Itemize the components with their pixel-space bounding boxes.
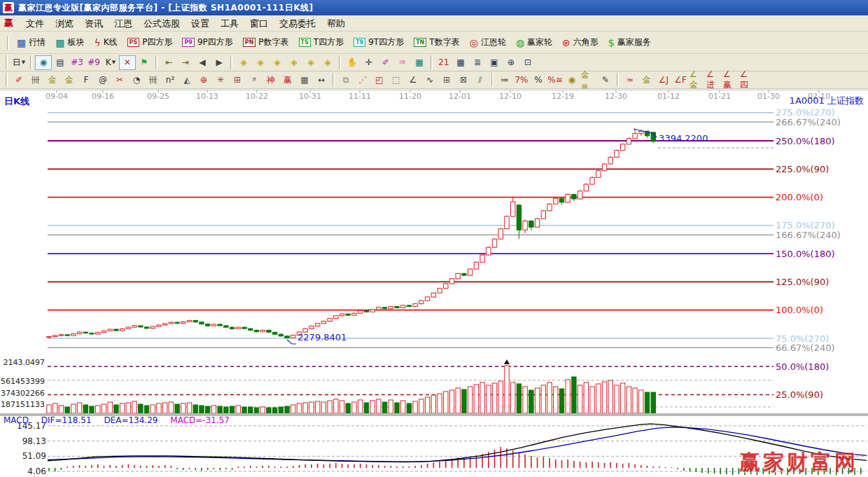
tool-brush[interactable]: ✐ [10,73,27,88]
tool-gold-lines[interactable]: 金≡ [580,73,597,88]
winner-wheel-button[interactable]: ◍赢家轮 [511,35,557,50]
menu-item-窗口[interactable]: 窗口 [244,17,274,30]
diamond-center-icon: ◈ [324,57,330,67]
tool-mirror[interactable]: ◭ [178,73,195,88]
prev-button[interactable]: ◀ [194,55,211,70]
svg-text:01-12: 01-12 [657,92,680,101]
tool-knife[interactable]: ✂ [111,73,128,88]
menu-item-江恩[interactable]: 江恩 [108,17,138,30]
hexagon-button[interactable]: ⊛六角形 [557,35,603,50]
tool-width-measure[interactable]: ↔ [313,73,330,88]
diamond-expand-button[interactable]: ◈ [269,55,286,70]
tool-gold-circle[interactable]: ◉ [564,73,580,88]
tool-price-grid[interactable]: ▦ [296,73,313,88]
gann-web-button[interactable]: ◉ [35,55,52,70]
tool-ying[interactable]: 赢 [279,73,296,88]
menu-item-浏览[interactable]: 浏览 [50,17,79,30]
tool-time-comb[interactable]: 卌 [27,73,44,88]
t9-square-button[interactable]: T99T四方形 [349,35,409,50]
tool-gann-web[interactable]: ✳ [212,73,229,88]
p9-square-button[interactable]: P99P四方形 [177,35,237,50]
tool-pen[interactable]: ✎ [597,73,614,88]
delete-drawings-button[interactable]: ✕ [119,55,136,70]
macd-indicator-name[interactable]: MACD [4,415,29,425]
tool-fan-box[interactable]: ◰ [371,73,388,88]
menu-item-工具[interactable]: 工具 [215,17,244,30]
tool-angle-si[interactable]: ∠四 [739,73,756,88]
kline-button[interactable]: ϟK线 [89,35,122,50]
menu-item-资讯[interactable]: 资讯 [79,17,108,30]
tool-spiral[interactable]: @ [94,73,111,88]
tool-angle-ying[interactable]: ∠赢 [722,73,739,88]
tool-gold-section[interactable]: 金 [44,73,61,88]
next-button[interactable]: ▶ [211,55,227,70]
tool-gold-extension[interactable]: 金 [61,73,78,88]
sectors-button[interactable]: ▩板块 [50,35,89,50]
menu-item-文件[interactable]: 文件 [20,17,50,30]
diamond-cross-button[interactable]: ◈ [302,55,319,70]
p-square-button[interactable]: PSP四方形 [122,35,178,50]
tool-n-square[interactable]: n² [162,73,178,88]
tool-percent-lines[interactable]: %≡ [547,73,564,88]
net-sync-button[interactable]: ⊕ [503,55,519,70]
tool-angle-gold[interactable]: ∠金 [689,73,706,88]
winner-service-button[interactable]: $赢家服务 [603,35,656,50]
angle-measure-button[interactable]: ✐ [377,55,394,70]
tool-box-frame[interactable]: ⧉ [337,73,354,88]
puzzle-button[interactable]: ▦ [411,55,428,70]
tool-gann-fan-circle[interactable]: ⊕ [195,73,212,88]
chart3-button[interactable]: #3 [69,55,85,70]
tool-time-cycle[interactable]: ◔ [128,73,145,88]
chart9-button[interactable]: #9 [85,55,102,70]
diamond-shrink-button[interactable]: ◈ [286,55,302,70]
tool-fibonacci[interactable]: F [78,73,94,88]
last-page-button[interactable]: ⇥ [177,55,194,70]
menu-item-帮助[interactable]: 帮助 [321,17,351,30]
menu-item-公式选股[interactable]: 公式选股 [138,17,186,30]
report-button[interactable]: ▤ [52,55,69,70]
first-page-button[interactable]: ⇤ [160,55,177,70]
tool-zigzag[interactable]: ∿ [421,73,438,88]
stats-button[interactable]: ♒ [394,55,411,70]
tool-shen[interactable]: 神 [262,73,279,88]
period-button[interactable]: 日▼ [10,55,27,70]
chart-area[interactable]: 09-0409-1609-2510-1310-2210-3111-1111-20… [0,89,868,477]
t-square-button[interactable]: TST四方形 [294,35,349,50]
tool-angle-lines[interactable]: ∠ [405,73,421,88]
notepad-button[interactable]: ≣ [469,55,486,70]
menu-item-交易委托[interactable]: 交易委托 [274,17,321,30]
tool-wave[interactable]: ≈ [622,73,638,88]
candle-style-button[interactable]: K▼ [102,55,119,70]
tool-measure-table[interactable]: ≔ [496,73,513,88]
tool-web-box[interactable]: ⊞ [229,73,246,88]
tool-gold-level[interactable]: 金 [638,73,655,88]
remote-pc-button[interactable]: ⊡ [519,55,536,70]
tool-angle-jin[interactable]: ∠进 [706,73,722,88]
diamond-right-button[interactable]: ◈ [252,55,269,70]
menu-item-设置[interactable]: 设置 [186,17,215,30]
tool-angle-j[interactable]: ∠J [655,73,672,88]
diamond-center-button[interactable]: ◈ [319,55,336,70]
gann-wheel-button[interactable]: ◎江恩轮 [465,35,511,50]
tool-quote-mark[interactable]: 〃 [246,73,262,88]
color-flag-button[interactable]: ⚑ [136,55,153,70]
hand-tool-button[interactable]: ✋ [344,55,360,70]
quotes-button[interactable]: ▦行情 [12,35,50,50]
tool-grid-arrow[interactable]: ⊠ [455,73,472,88]
save-button[interactable]: ▣ [486,55,503,70]
calendar-button[interactable]: 21 [435,55,452,70]
diamond-left-button[interactable]: ◈ [235,55,252,70]
tool-price-comb[interactable]: 卌 [145,73,162,88]
tool-percent[interactable]: % [530,73,547,88]
tool-angle-f[interactable]: ∠F [672,73,689,88]
tool-select-box[interactable]: ⬚ [388,73,405,88]
p-number-button[interactable]: PNP数字表 [238,35,294,50]
tool-grid[interactable]: ⊞ [438,73,455,88]
toolbar-separator [617,73,619,87]
t-number-button[interactable]: TNT数字表 [409,35,465,50]
tool-fan-lines[interactable]: ⋰ [354,73,371,88]
tool-seven-percent[interactable]: 7% [513,73,530,88]
crosshair-button[interactable]: ✛ [360,55,377,70]
tool-parallel-lines[interactable]: ⫽ [472,73,489,88]
calculator-button[interactable]: ▦ [452,55,469,70]
